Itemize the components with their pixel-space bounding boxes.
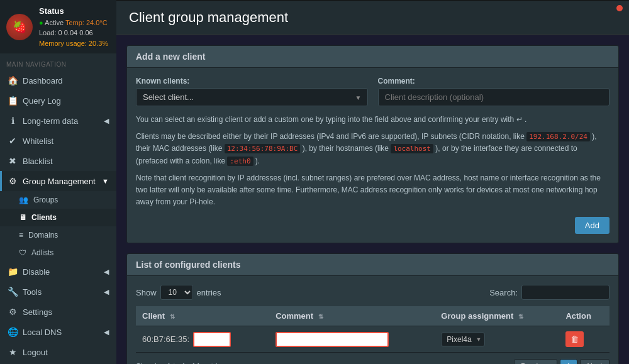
- entries-label: entries: [197, 288, 221, 297]
- sidebar-item-whitelist[interactable]: ✔ Whitelist: [0, 131, 116, 151]
- group-mgmt-icon: ⚙: [8, 176, 18, 186]
- sidebar-item-group-management[interactable]: ⚙ Group Management ▼: [0, 171, 116, 191]
- clients-icon: 🖥: [19, 213, 26, 222]
- info-text-2: Clients may be described either by their…: [136, 131, 610, 167]
- known-clients-label: Known clients:: [136, 77, 368, 85]
- col-group-assignment: Group assignment ⇅: [435, 306, 559, 326]
- col-action: Action: [559, 306, 610, 326]
- client-name: 60:B7:6E:35:: [142, 334, 189, 344]
- disable-icon: 📁: [8, 267, 18, 277]
- clients-list-card: List of configured clients Show 10 entri…: [126, 253, 619, 364]
- add-client-card-body: Known clients: Select client... Comment:: [127, 68, 618, 243]
- temp-value: Temp: 24.0°C: [65, 19, 108, 26]
- sidebar-item-disable[interactable]: 📁 Disable ◀: [0, 262, 116, 282]
- add-button-row: Add: [136, 213, 610, 234]
- sidebar-item-local-dns[interactable]: 🌐 Local DNS ◀: [0, 322, 116, 342]
- table-header-row: Client ⇅ Comment ⇅ Group assignment ⇅: [136, 306, 610, 326]
- sidebar-item-tools[interactable]: 🔧 Tools ◀: [0, 282, 116, 302]
- query-log-icon: 📋: [8, 96, 18, 106]
- add-client-form-row: Known clients: Select client... Comment:: [136, 77, 610, 106]
- logo-icon: 🍓: [6, 14, 33, 40]
- page-header: Client group management: [116, 1, 629, 35]
- sort-comment-icon[interactable]: ⇅: [318, 313, 323, 320]
- clients-list-card-title: List of configured clients: [136, 260, 610, 270]
- logout-icon: ★: [8, 347, 18, 357]
- domains-icon: ≡: [19, 231, 23, 240]
- search-group: Search:: [489, 285, 610, 300]
- client-suffix-input[interactable]: [193, 332, 231, 347]
- status-active: ● Active Temp: 24.0°C: [39, 18, 108, 28]
- chevron-right-icon: ◀: [104, 268, 109, 276]
- client-cell-content: 60:B7:6E:35:: [142, 332, 263, 347]
- settings-icon: ⚙: [8, 307, 18, 317]
- table-footer: Showing 1 to 1 of 1 entries Previous 1 N…: [136, 359, 610, 364]
- load-value: Load: 0 0.04 0.06: [39, 28, 108, 38]
- table-header: Client ⇅ Comment ⇅ Group assignment ⇅: [136, 306, 610, 326]
- chevron-right-icon2: ◀: [104, 288, 109, 296]
- sidebar-item-dashboard[interactable]: 🏠 Dashboard: [0, 70, 116, 91]
- page-1-button[interactable]: 1: [560, 359, 578, 364]
- groups-icon: 👥: [19, 196, 28, 204]
- sidebar-item-long-term-data[interactable]: ℹ Long-term data ◀: [0, 111, 116, 131]
- whitelist-icon: ✔: [8, 136, 18, 146]
- col-comment: Comment ⇅: [269, 306, 435, 326]
- comment-input[interactable]: [378, 88, 610, 106]
- known-clients-select[interactable]: Select client...: [136, 88, 368, 106]
- info-icon: ℹ: [8, 116, 18, 126]
- group-cell: Pixel4a: [435, 326, 559, 353]
- sidebar-item-settings[interactable]: ⚙ Settings: [0, 302, 116, 322]
- search-label: Search:: [489, 288, 518, 297]
- known-clients-select-wrapper: Select client...: [136, 88, 368, 106]
- previous-button[interactable]: Previous: [514, 359, 557, 364]
- adlists-icon: 🛡: [19, 248, 26, 257]
- clients-table: Client ⇅ Comment ⇅ Group assignment ⇅: [136, 306, 610, 353]
- entries-select[interactable]: 10: [160, 285, 193, 300]
- group-select[interactable]: Pixel4a: [441, 333, 485, 346]
- add-client-card-header: Add a new client: [127, 46, 618, 68]
- sort-client-icon[interactable]: ⇅: [170, 313, 175, 320]
- info-text-1: You can select an existing client or add…: [136, 114, 610, 126]
- add-button[interactable]: Add: [575, 217, 610, 234]
- sidebar-item-clients[interactable]: 🖥 Clients: [0, 209, 116, 226]
- comment-label: Comment:: [378, 77, 610, 85]
- sidebar-item-adlists[interactable]: 🛡 Adlists: [0, 244, 116, 262]
- status-title: Status: [39, 5, 108, 18]
- col-client: Client ⇅: [136, 306, 269, 326]
- table-body: 60:B7:6E:35: Pixel4a: [136, 326, 610, 353]
- clients-list-card-body: Show 10 entries Search:: [127, 276, 618, 364]
- comment-cell-input[interactable]: [276, 332, 389, 347]
- show-label: Show: [136, 288, 157, 297]
- chevron-down-icon: ▼: [102, 177, 109, 185]
- add-client-card-title: Add a new client: [136, 52, 610, 62]
- page-title: Client group management: [129, 9, 616, 26]
- delete-button[interactable]: 🗑: [565, 331, 584, 347]
- chevron-right-icon3: ◀: [104, 328, 109, 336]
- add-client-card: Add a new client Known clients: Select c…: [126, 45, 619, 243]
- sort-group-icon[interactable]: ⇅: [518, 313, 523, 320]
- table-row: 60:B7:6E:35: Pixel4a: [136, 326, 610, 353]
- chevron-icon: ◀: [104, 117, 109, 125]
- active-indicator: ●: [39, 19, 45, 26]
- tools-icon: 🔧: [8, 287, 18, 297]
- sidebar-item-domains[interactable]: ≡ Domains: [0, 226, 116, 244]
- client-cell: 60:B7:6E:35:: [136, 326, 269, 353]
- show-entries-group: Show 10 entries: [136, 285, 221, 300]
- known-clients-group: Known clients: Select client...: [136, 77, 368, 106]
- nav-section-label: MAIN NAVIGATION: [0, 53, 116, 70]
- local-dns-icon: 🌐: [8, 327, 18, 337]
- comment-cell: [269, 326, 435, 353]
- dashboard-icon: 🏠: [8, 75, 18, 85]
- search-input[interactable]: [521, 285, 610, 300]
- sidebar-item-groups[interactable]: 👥 Groups: [0, 191, 116, 209]
- sidebar-header: 🍓 Status ● Active Temp: 24.0°C Load: 0 0…: [0, 0, 116, 53]
- alert-dot: [616, 5, 623, 11]
- sidebar-item-blacklist[interactable]: ✖ Blacklist: [0, 151, 116, 171]
- sidebar-item-query-log[interactable]: 📋 Query Log: [0, 91, 116, 111]
- page-content: Add a new client Known clients: Select c…: [116, 35, 629, 364]
- clients-list-card-header: List of configured clients: [127, 254, 618, 276]
- sidebar-item-logout[interactable]: ★ Logout: [0, 342, 116, 362]
- next-button[interactable]: Next: [580, 359, 610, 364]
- blacklist-icon: ✖: [8, 156, 18, 166]
- info-text-3: Note that client recognition by IP addre…: [136, 172, 610, 209]
- sidebar: 🍓 Status ● Active Temp: 24.0°C Load: 0 0…: [0, 0, 116, 364]
